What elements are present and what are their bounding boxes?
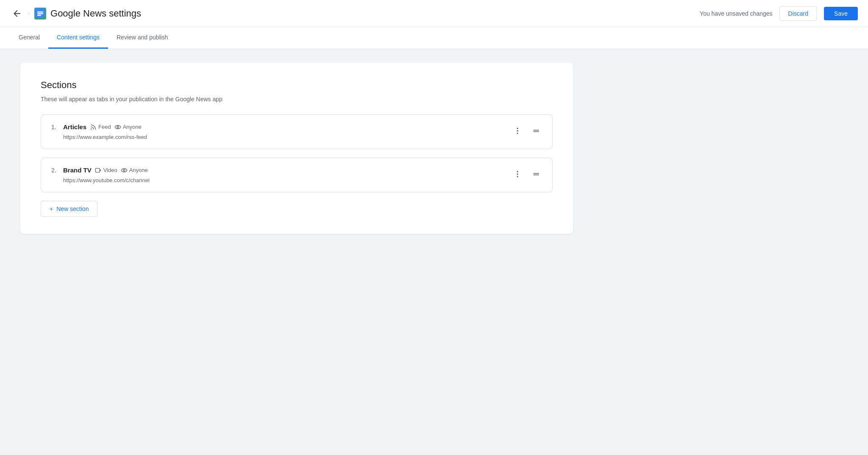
svg-rect-11 — [533, 131, 539, 132]
section-item-left: 1. Articles Feed — [51, 123, 147, 140]
svg-rect-20 — [533, 175, 539, 175]
eye-icon — [121, 167, 128, 174]
svg-rect-2 — [37, 13, 43, 14]
sections-card: Sections These will appear as tabs in yo… — [20, 63, 573, 234]
section-name: Brand TV — [63, 166, 92, 174]
svg-rect-10 — [533, 130, 539, 131]
section-actions — [512, 123, 542, 137]
svg-rect-1 — [37, 11, 43, 13]
section-item-left: 2. Brand TV Video Any — [51, 166, 150, 183]
svg-rect-3 — [37, 15, 41, 16]
svg-point-4 — [91, 128, 92, 130]
feed-icon — [90, 124, 97, 130]
back-button[interactable] — [10, 7, 24, 20]
drag-handle-icon — [532, 170, 540, 178]
sections-description: These will appear as tabs in your public… — [41, 96, 553, 103]
section-drag-handle-button[interactable] — [530, 125, 542, 137]
section-item-header: 1. Articles Feed — [51, 123, 147, 130]
svg-point-9 — [517, 133, 518, 134]
section-item: 1. Articles Feed — [41, 114, 553, 149]
save-button[interactable]: Save — [824, 7, 858, 20]
section-url: https://www.youtube.com/c/channel — [63, 177, 150, 183]
section-drag-handle-button[interactable] — [530, 168, 542, 180]
svg-point-15 — [123, 169, 125, 171]
tab-review-publish[interactable]: Review and publish — [108, 27, 176, 49]
section-url: https://www.example.com/rss-feed — [63, 134, 147, 140]
section-number: 2. — [51, 167, 60, 174]
sections-title: Sections — [41, 80, 553, 91]
section-visibility-label: Anyone — [129, 167, 148, 173]
section-type-label: Video — [103, 167, 117, 173]
svg-point-16 — [517, 171, 518, 172]
svg-point-7 — [517, 128, 518, 129]
section-type-label: Feed — [98, 124, 111, 130]
more-vert-icon — [513, 127, 522, 135]
section-more-menu-button[interactable] — [512, 125, 523, 137]
app-icon — [34, 8, 46, 19]
back-arrow-icon — [12, 8, 22, 19]
svg-point-14 — [121, 169, 127, 172]
header: · Google News settings You have unsaved … — [0, 0, 868, 27]
page-title: Google News settings — [50, 8, 141, 19]
more-vert-icon — [513, 170, 522, 178]
section-visibility-label: Anyone — [123, 124, 142, 130]
svg-marker-13 — [100, 169, 101, 172]
header-left: · Google News settings — [10, 7, 695, 20]
video-icon — [95, 167, 102, 174]
new-section-plus-icon: + — [50, 205, 53, 212]
google-news-icon — [36, 9, 45, 18]
svg-point-17 — [517, 173, 518, 175]
tabs-nav: General Content settings Review and publ… — [0, 27, 868, 49]
header-right: You have unsaved changes Discard Save — [700, 6, 858, 21]
breadcrumb-separator: · — [28, 9, 30, 18]
svg-point-8 — [517, 130, 518, 131]
drag-handle-icon — [532, 127, 540, 135]
tab-content-settings[interactable]: Content settings — [48, 27, 108, 49]
eye-icon — [114, 124, 121, 130]
section-more-menu-button[interactable] — [512, 168, 523, 180]
section-type-badge: Video — [95, 167, 117, 174]
section-item: 2. Brand TV Video Any — [41, 158, 553, 192]
section-visibility-badge: Anyone — [121, 167, 148, 174]
tab-general[interactable]: General — [10, 27, 48, 49]
section-number: 1. — [51, 124, 60, 130]
section-name: Articles — [63, 123, 86, 130]
svg-point-6 — [117, 126, 119, 128]
main-content: Sections These will appear as tabs in yo… — [0, 49, 593, 247]
svg-rect-19 — [533, 173, 539, 174]
svg-rect-12 — [95, 168, 100, 172]
section-item-header: 2. Brand TV Video Any — [51, 166, 150, 174]
svg-point-18 — [517, 176, 518, 177]
section-type-badge: Feed — [90, 124, 111, 130]
section-actions — [512, 166, 542, 180]
unsaved-changes-text: You have unsaved changes — [700, 10, 773, 17]
discard-button[interactable]: Discard — [779, 6, 817, 21]
svg-point-5 — [115, 125, 120, 129]
section-visibility-badge: Anyone — [114, 124, 142, 130]
new-section-button[interactable]: + New section — [41, 201, 97, 217]
new-section-label: New section — [56, 205, 89, 212]
